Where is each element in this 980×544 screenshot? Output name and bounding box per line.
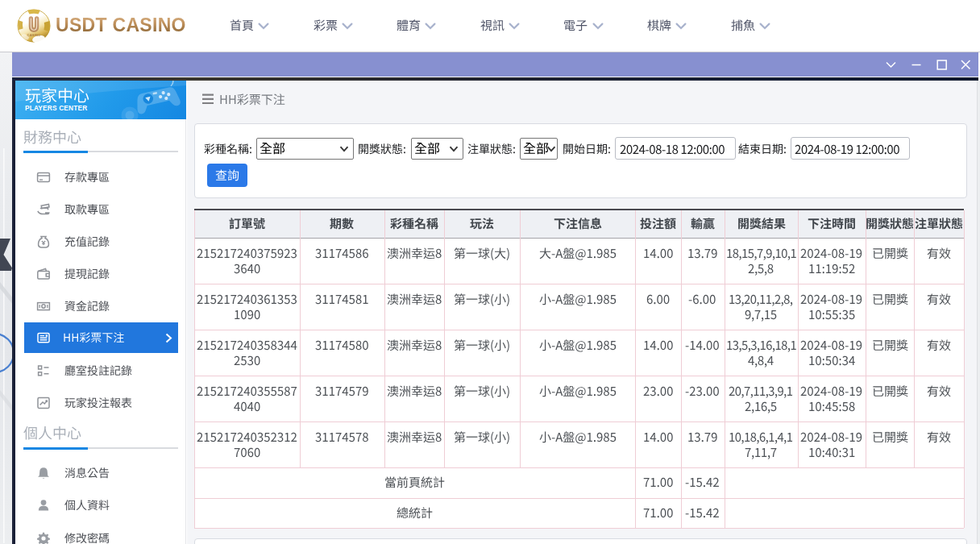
svg-text:CASINO: CASINO — [27, 33, 41, 37]
